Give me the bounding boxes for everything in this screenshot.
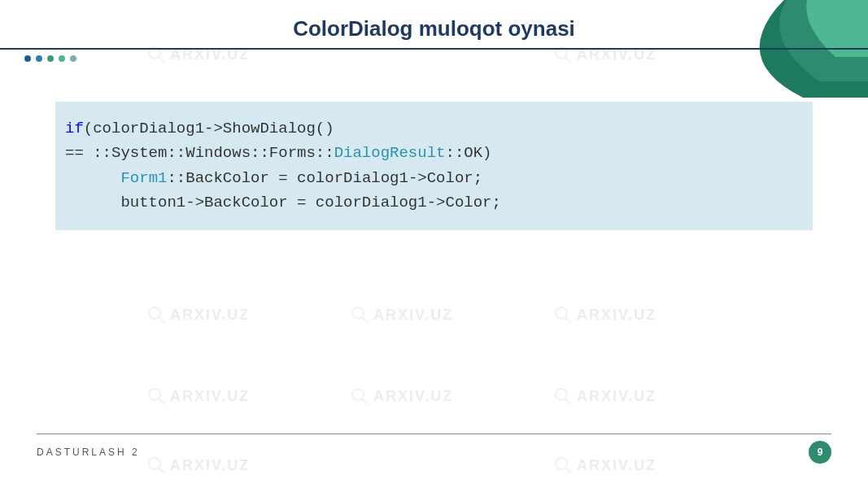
code-line: Form1::BackColor = colorDialog1->Color; bbox=[65, 166, 803, 190]
decorative-dots bbox=[24, 55, 76, 62]
watermark: ARXIV.UZ bbox=[350, 386, 453, 406]
svg-line-11 bbox=[565, 317, 571, 323]
svg-line-15 bbox=[362, 399, 368, 404]
dot bbox=[70, 55, 76, 62]
title-underline bbox=[0, 48, 868, 50]
watermark: ARXIV.UZ bbox=[146, 386, 250, 406]
code-line: if(colorDialog1->ShowDialog() bbox=[65, 116, 803, 141]
svg-point-8 bbox=[352, 307, 364, 319]
svg-point-10 bbox=[556, 307, 567, 319]
type-form1: Form1 bbox=[120, 169, 167, 187]
dot bbox=[24, 55, 31, 62]
svg-line-9 bbox=[362, 317, 368, 323]
code-block: if(colorDialog1->ShowDialog() == ::Syste… bbox=[55, 102, 813, 230]
svg-line-1 bbox=[159, 57, 164, 63]
svg-point-12 bbox=[149, 389, 160, 400]
watermark: ARXIV.UZ bbox=[350, 305, 453, 325]
footer: DASTURLASH 2 9 bbox=[37, 434, 831, 464]
dot bbox=[36, 55, 42, 62]
code-line: == ::System::Windows::Forms::DialogResul… bbox=[65, 141, 803, 165]
watermark: ARXIV.UZ bbox=[553, 386, 656, 406]
dot bbox=[47, 55, 54, 62]
dot bbox=[59, 55, 65, 62]
svg-line-19 bbox=[159, 468, 164, 473]
svg-line-7 bbox=[159, 317, 164, 323]
keyword-if: if bbox=[65, 120, 84, 137]
watermark: ARXIV.UZ bbox=[553, 305, 656, 325]
svg-line-21 bbox=[565, 468, 571, 473]
svg-line-13 bbox=[159, 399, 164, 404]
svg-point-14 bbox=[352, 389, 364, 400]
code-line: button1->BackColor = colorDialog1->Color… bbox=[65, 190, 803, 215]
svg-point-16 bbox=[556, 389, 567, 400]
slide-title: ColorDialog muloqot oynasi bbox=[0, 16, 868, 41]
svg-point-6 bbox=[149, 307, 160, 319]
type-dialogresult: DialogResult bbox=[334, 144, 446, 162]
svg-line-3 bbox=[565, 57, 571, 63]
svg-line-17 bbox=[565, 399, 571, 404]
watermark: ARXIV.UZ bbox=[146, 305, 250, 325]
footer-text: DASTURLASH 2 bbox=[37, 447, 140, 458]
page-number: 9 bbox=[809, 441, 831, 464]
title-area: ColorDialog muloqot oynasi bbox=[0, 16, 868, 50]
